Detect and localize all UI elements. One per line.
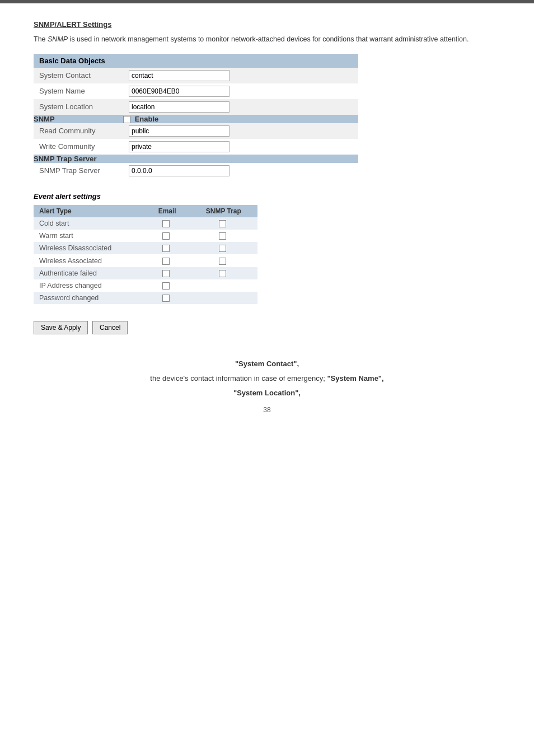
- event-alert-label: Password changed: [34, 292, 145, 304]
- system-name-value-cell[interactable]: [123, 83, 358, 99]
- event-email-checkbox-cell[interactable]: [145, 230, 190, 242]
- description: The SNMP is used in network management s…: [34, 34, 500, 45]
- system-location-row: System Location: [34, 99, 358, 115]
- event-table-row: IP Address changed: [34, 279, 257, 292]
- page-number: 38: [34, 406, 500, 414]
- system-name-bold: "System Name",: [327, 374, 383, 382]
- event-email-checkbox[interactable]: [162, 258, 170, 265]
- bottom-text-line2: the device's contact information in case…: [34, 371, 500, 386]
- system-location-input[interactable]: [129, 101, 229, 113]
- read-community-label: Read Community: [34, 123, 123, 139]
- cancel-button[interactable]: Cancel: [92, 321, 128, 334]
- event-snmp-trap-checkbox[interactable]: [219, 258, 226, 265]
- event-alert-label: Warm start: [34, 230, 145, 242]
- snmp-header-label: SNMP: [34, 115, 123, 123]
- snmp-trap-server-input[interactable]: [129, 165, 229, 176]
- event-email-checkbox-cell[interactable]: [145, 279, 190, 292]
- event-email-checkbox-cell[interactable]: [145, 292, 190, 304]
- email-header: Email: [145, 205, 190, 217]
- event-email-checkbox[interactable]: [162, 295, 170, 302]
- write-community-label: Write Community: [34, 139, 123, 155]
- event-snmp-trap-checkbox-cell[interactable]: [190, 279, 257, 292]
- basic-data-objects-table: Basic Data Objects System Contact System…: [34, 54, 358, 179]
- event-snmp-trap-checkbox[interactable]: [219, 270, 226, 277]
- event-email-checkbox[interactable]: [162, 270, 170, 277]
- description-text-after: is used in network management systems to…: [68, 35, 469, 43]
- event-alert-label: Wireless Disassociated: [34, 242, 145, 254]
- snmp-trap-server-label: SNMP Trap Server: [34, 163, 123, 179]
- snmp-term: SNMP: [48, 35, 68, 43]
- button-row: Save & Apply Cancel: [34, 321, 500, 334]
- bottom-text-line1: "System Contact",: [34, 357, 500, 371]
- system-contact-value-cell[interactable]: [123, 68, 358, 83]
- event-table-header-row: Alert Type Email SNMP Trap: [34, 205, 257, 217]
- snmp-header-row: SNMP Enable: [34, 115, 358, 123]
- system-location-value-cell[interactable]: [123, 99, 358, 115]
- event-email-checkbox-cell[interactable]: [145, 254, 190, 267]
- system-location-label: System Location: [34, 99, 123, 115]
- snmp-enable-cell[interactable]: Enable: [123, 115, 358, 123]
- event-snmp-trap-checkbox-cell[interactable]: [190, 254, 257, 267]
- event-email-checkbox[interactable]: [162, 282, 170, 290]
- event-alert-title: Event alert settings: [34, 192, 500, 200]
- section-title: SNMP/ALERT Settings: [34, 20, 500, 29]
- bottom-text-line3: "System Location",: [34, 386, 500, 400]
- event-snmp-trap-checkbox-cell[interactable]: [190, 230, 257, 242]
- event-snmp-trap-checkbox-cell[interactable]: [190, 292, 257, 304]
- event-snmp-trap-checkbox[interactable]: [219, 245, 226, 252]
- event-email-checkbox-cell[interactable]: [145, 217, 190, 230]
- system-location-bold: "System Location",: [233, 389, 301, 397]
- event-alert-label: Authenticate failed: [34, 267, 145, 279]
- read-community-value-cell[interactable]: [123, 123, 358, 139]
- event-snmp-trap-checkbox-cell[interactable]: [190, 242, 257, 254]
- system-contact-label: System Contact: [34, 68, 123, 83]
- event-snmp-trap-checkbox[interactable]: [219, 220, 226, 227]
- event-alert-label: Cold start: [34, 217, 145, 230]
- alert-type-header: Alert Type: [34, 205, 145, 217]
- write-community-row: Write Community: [34, 139, 358, 155]
- event-table-row: Warm start: [34, 230, 257, 242]
- read-community-row: Read Community: [34, 123, 358, 139]
- write-community-value-cell[interactable]: [123, 139, 358, 155]
- snmp-enable-checkbox[interactable]: [123, 116, 130, 123]
- system-name-input[interactable]: [129, 86, 229, 97]
- event-alert-table: Alert Type Email SNMP Trap Cold startWar…: [34, 205, 257, 304]
- bottom-text-section: "System Contact", the device's contact i…: [34, 357, 500, 400]
- event-alert-label: IP Address changed: [34, 279, 145, 292]
- system-contact-bold: "System Contact",: [235, 360, 299, 368]
- event-table-row: Wireless Associated: [34, 254, 257, 267]
- snmp-trap-server-row: SNMP Trap Server: [34, 163, 358, 179]
- event-alert-label: Wireless Associated: [34, 254, 145, 267]
- event-table-row: Cold start: [34, 217, 257, 230]
- event-table-row: Authenticate failed: [34, 267, 257, 279]
- write-community-input[interactable]: [129, 141, 229, 152]
- event-snmp-trap-checkbox-cell[interactable]: [190, 267, 257, 279]
- basic-data-objects-header: Basic Data Objects: [34, 54, 358, 68]
- event-snmp-trap-checkbox-cell[interactable]: [190, 217, 257, 230]
- basic-data-objects-header-row: Basic Data Objects: [34, 54, 358, 68]
- read-community-input[interactable]: [129, 125, 229, 137]
- system-name-label: System Name: [34, 83, 123, 99]
- event-table-row: Password changed: [34, 292, 257, 304]
- description-text-before: The: [34, 35, 48, 43]
- snmp-trap-server-value-cell[interactable]: [123, 163, 358, 179]
- event-email-checkbox[interactable]: [162, 220, 170, 227]
- event-email-checkbox-cell[interactable]: [145, 267, 190, 279]
- snmp-trap-header: SNMP Trap: [190, 205, 257, 217]
- event-snmp-trap-checkbox[interactable]: [219, 232, 226, 240]
- snmp-enable-label: Enable: [135, 115, 159, 123]
- event-email-checkbox[interactable]: [162, 245, 170, 252]
- snmp-trap-server-header-row: SNMP Trap Server: [34, 155, 358, 163]
- snmp-trap-server-header: SNMP Trap Server: [34, 155, 358, 163]
- event-email-checkbox-cell[interactable]: [145, 242, 190, 254]
- save-apply-button[interactable]: Save & Apply: [34, 321, 88, 334]
- event-email-checkbox[interactable]: [162, 232, 170, 240]
- system-name-row: System Name: [34, 83, 358, 99]
- event-table-row: Wireless Disassociated: [34, 242, 257, 254]
- system-contact-input[interactable]: [129, 70, 229, 81]
- system-contact-row: System Contact: [34, 68, 358, 83]
